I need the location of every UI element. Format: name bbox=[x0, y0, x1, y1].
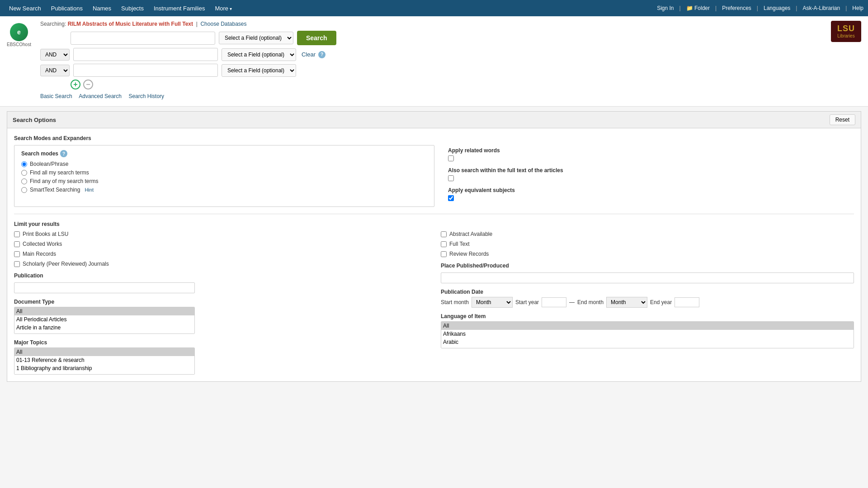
search-input-2[interactable] bbox=[73, 48, 218, 61]
radio-all-label: Find all my search terms bbox=[30, 169, 89, 176]
place-published-input[interactable] bbox=[441, 272, 854, 283]
major-topics-select[interactable]: All 01-13 Reference & research 1 Bibliog… bbox=[14, 347, 195, 375]
language-area: Language of Item All Afrikaans Arabic Bo… bbox=[441, 313, 854, 348]
pub-date-label: Publication Date bbox=[441, 289, 854, 295]
lsu-logo-area: LSU Libraries bbox=[831, 21, 861, 42]
radio-all-input[interactable] bbox=[21, 170, 27, 176]
doc-type-select[interactable]: All All Periodical Articles Article in a… bbox=[14, 307, 195, 334]
expander-related-words-checkbox[interactable] bbox=[448, 155, 454, 161]
clear-help-icon[interactable]: ? bbox=[318, 51, 326, 58]
nav-subjects[interactable]: Subjects bbox=[117, 1, 148, 15]
nav-ask-librarian[interactable]: Ask-A-Librarian bbox=[802, 5, 840, 11]
search-input-3[interactable] bbox=[73, 64, 218, 77]
limit-collected-works-checkbox[interactable] bbox=[14, 241, 20, 247]
clear-link[interactable]: Clear bbox=[302, 51, 316, 58]
bool-select-3[interactable]: ANDORNOT bbox=[40, 65, 70, 76]
add-row-button[interactable]: + bbox=[71, 80, 80, 89]
options-inner: Search Modes and Expanders Search modes … bbox=[7, 128, 861, 382]
search-input-1[interactable] bbox=[71, 32, 215, 45]
radio-any-input[interactable] bbox=[21, 178, 27, 184]
expander-equiv-subjects-checkbox[interactable] bbox=[448, 195, 454, 201]
choose-databases-link[interactable]: Choose Databases bbox=[200, 21, 246, 27]
searching-line: Searching: RILM Abstracts of Music Liter… bbox=[40, 21, 822, 27]
limit-abstract-checkbox[interactable] bbox=[441, 231, 447, 237]
end-year-input[interactable] bbox=[675, 297, 699, 307]
modes-help-icon[interactable]: ? bbox=[60, 150, 67, 157]
search-options-section: Search Options Reset Search Modes and Ex… bbox=[0, 107, 868, 391]
doc-type-newsletter: Article in a newsletter bbox=[14, 332, 194, 334]
nav-left: New Search Publications Names Subjects I… bbox=[5, 1, 657, 15]
header-area: e EBSCOhost Searching: RILM Abstracts of… bbox=[0, 16, 868, 107]
limit-review-records-checkbox[interactable] bbox=[441, 251, 447, 257]
remove-row-button[interactable]: − bbox=[83, 80, 93, 89]
search-row-1: Select a Field (optional) Search bbox=[40, 31, 822, 45]
radio-any-label: Find any of my search terms bbox=[30, 178, 98, 184]
expander-full-text-checkbox[interactable] bbox=[448, 175, 454, 181]
nav-preferences[interactable]: Preferences bbox=[722, 5, 751, 11]
expander-related-words: Apply related words bbox=[448, 147, 854, 163]
reset-button[interactable]: Reset bbox=[830, 114, 855, 125]
lang-bosnian: Bosnian bbox=[441, 346, 854, 348]
limit-print-books-checkbox[interactable] bbox=[14, 231, 20, 237]
field-select-2[interactable]: Select a Field (optional) bbox=[222, 48, 296, 61]
date-separator: — bbox=[569, 299, 575, 305]
major-topics-lib: 2 Libraries, museums, collections bbox=[14, 372, 194, 375]
limit-main-records-checkbox[interactable] bbox=[14, 251, 20, 257]
modes-expanders: Search modes ? Boolean/Phrase Find all m… bbox=[14, 145, 854, 207]
start-year-input[interactable] bbox=[542, 297, 566, 307]
publication-area: Publication bbox=[14, 272, 427, 293]
expander-full-text-label: Also search within the full text of the … bbox=[448, 167, 854, 174]
major-topics-area: Major Topics All 01-13 Reference & resea… bbox=[14, 339, 427, 375]
search-row-2: ANDORNOT Select a Field (optional) Clear… bbox=[40, 48, 822, 61]
major-topics-bib: 1 Bibliography and librarianship bbox=[14, 364, 194, 372]
place-published-area: Place Published/Produced bbox=[441, 263, 854, 283]
radio-boolean-input[interactable] bbox=[21, 161, 27, 167]
nav-folder[interactable]: 📁 Folder bbox=[686, 5, 710, 11]
search-history-link[interactable]: Search History bbox=[128, 93, 164, 99]
doc-type-area: Document Type All All Periodical Article… bbox=[14, 299, 427, 334]
limit-review-records: Review Records bbox=[441, 251, 854, 257]
major-topics-label: Major Topics bbox=[14, 339, 427, 346]
lang-afrikaans: Afrikaans bbox=[441, 330, 854, 338]
limit-scholarly-checkbox[interactable] bbox=[14, 261, 20, 267]
ebscohost-logo-text: EBSCOhost bbox=[7, 42, 31, 47]
advanced-search-link[interactable]: Advanced Search bbox=[79, 93, 122, 99]
expander-equiv-subjects-label: Apply equivalent subjects bbox=[448, 187, 854, 193]
field-select-3[interactable]: Select a Field (optional) bbox=[222, 64, 296, 77]
nav-sign-in[interactable]: Sign In bbox=[657, 5, 674, 11]
limit-full-text-checkbox[interactable] bbox=[441, 241, 447, 247]
nav-names[interactable]: Names bbox=[88, 1, 116, 15]
limit-collected-works: Collected Works bbox=[14, 241, 427, 247]
doc-type-fanzine: Article in a fanzine bbox=[14, 324, 194, 332]
top-navigation: New Search Publications Names Subjects I… bbox=[0, 0, 868, 16]
radio-boolean: Boolean/Phrase bbox=[21, 161, 427, 167]
nav-more[interactable]: More bbox=[210, 1, 236, 15]
radio-smart-input[interactable] bbox=[21, 187, 27, 193]
search-button[interactable]: Search bbox=[297, 31, 336, 45]
field-select-1[interactable]: Select a Field (optional) bbox=[219, 32, 293, 44]
place-published-label: Place Published/Produced bbox=[441, 263, 854, 269]
nav-right: Sign In | 📁 Folder | Preferences | Langu… bbox=[657, 5, 863, 11]
basic-search-link[interactable]: Basic Search bbox=[40, 93, 72, 99]
lang-all: All bbox=[441, 322, 854, 330]
doc-type-all: All bbox=[14, 307, 194, 315]
limit-section-title: Limit your results bbox=[14, 221, 854, 227]
db-name: RILM Abstracts of Music Literature with … bbox=[68, 21, 193, 27]
expander-equiv-subjects: Apply equivalent subjects bbox=[448, 187, 854, 202]
nav-new-search[interactable]: New Search bbox=[5, 1, 46, 15]
hint-link[interactable]: Hint bbox=[85, 187, 94, 192]
end-month-select[interactable]: Month JanuaryFebruaryMarch AprilMayJune … bbox=[606, 297, 647, 308]
start-year-label: Start year bbox=[515, 299, 539, 305]
nav-publications[interactable]: Publications bbox=[47, 1, 87, 15]
search-area: Searching: RILM Abstracts of Music Liter… bbox=[40, 21, 822, 99]
limit-left: Print Books at LSU Collected Works Main … bbox=[14, 231, 427, 375]
nav-instrument-families[interactable]: Instrument Families bbox=[149, 1, 209, 15]
search-options-title: Search Options bbox=[13, 117, 56, 123]
nav-help[interactable]: Help bbox=[852, 5, 863, 11]
language-select[interactable]: All Afrikaans Arabic Bosnian bbox=[441, 321, 854, 348]
bool-select-2[interactable]: ANDORNOT bbox=[40, 49, 70, 61]
publication-input[interactable] bbox=[14, 282, 195, 293]
limit-scholarly: Scholarly (Peer Reviewed) Journals bbox=[14, 261, 427, 267]
nav-languages[interactable]: Languages bbox=[764, 5, 790, 11]
start-month-select[interactable]: Month JanuaryFebruaryMarch AprilMayJune … bbox=[472, 297, 513, 308]
